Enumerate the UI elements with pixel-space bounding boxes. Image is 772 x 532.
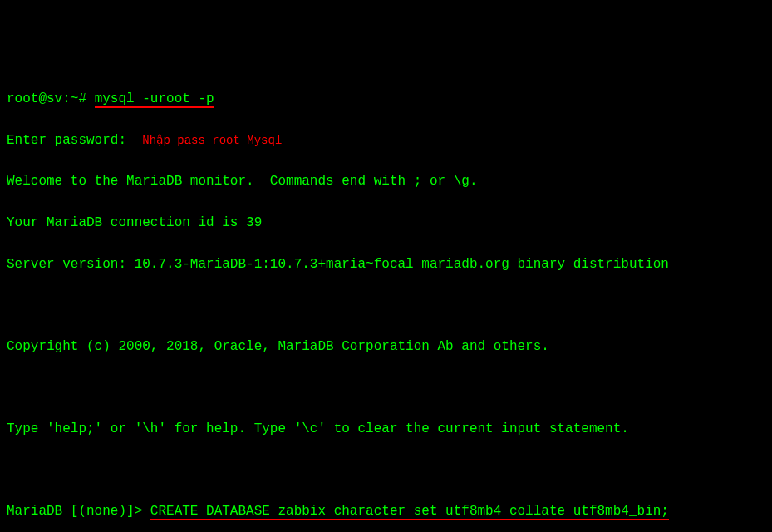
terminal-line-sql: MariaDB [(none)]> CREATE DATABASE zabbix…	[7, 501, 765, 522]
help-text: Type 'help;' or '\h' for help. Type '\c'…	[7, 421, 629, 436]
terminal-line-prompt: root@sv:~# mysql -uroot -p	[7, 89, 765, 110]
server-version-text: Server version: 10.7.3-MariaDB-1:10.7.3+…	[7, 257, 669, 272]
terminal-line-blank	[7, 461, 765, 481]
terminal-line-blank	[7, 377, 765, 398]
annotation-text: Nhập pass root Mysql	[142, 134, 282, 147]
terminal-line-blank	[7, 295, 765, 316]
terminal-line-output: Your MariaDB connection id is 39	[7, 213, 765, 234]
terminal-line-output: Server version: 10.7.3-MariaDB-1:10.7.3+…	[7, 254, 765, 275]
shell-prompt: root@sv:~#	[7, 91, 95, 106]
mariadb-prompt: MariaDB [(none)]>	[7, 504, 150, 519]
terminal-line-output: Welcome to the MariaDB monitor. Commands…	[7, 171, 765, 192]
sql-create-database: CREATE DATABASE zabbix character set utf…	[150, 504, 669, 520]
terminal-line-output: Copyright (c) 2000, 2018, Oracle, MariaD…	[7, 337, 765, 357]
welcome-text: Welcome to the MariaDB monitor. Commands…	[7, 174, 478, 189]
terminal-line-password: Enter password: Nhập pass root Mysql	[7, 131, 765, 151]
copyright-text: Copyright (c) 2000, 2018, Oracle, MariaD…	[7, 339, 549, 354]
connection-id-text: Your MariaDB connection id is 39	[7, 215, 262, 230]
enter-password-label: Enter password:	[7, 133, 126, 148]
terminal-line-output: Type 'help;' or '\h' for help. Type '\c'…	[7, 419, 765, 440]
command-mysql: mysql -uroot -p	[95, 91, 214, 108]
